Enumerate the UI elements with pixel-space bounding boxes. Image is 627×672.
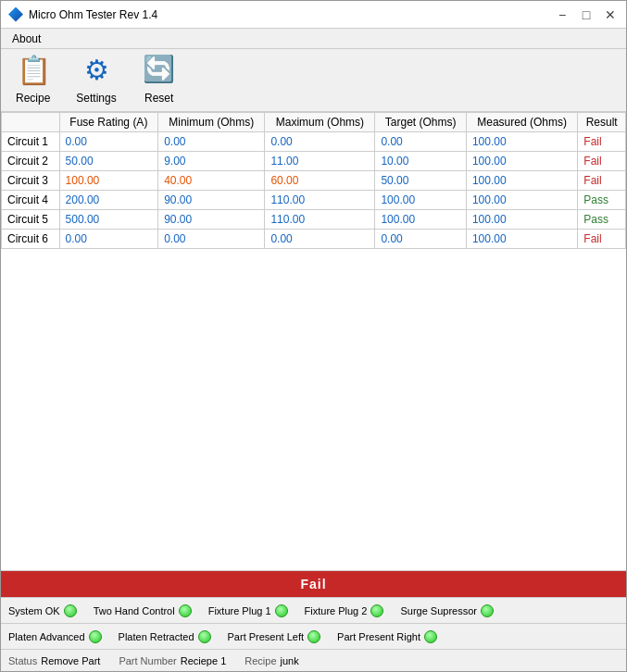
recipe-bottom-value: junk bbox=[281, 655, 299, 666]
indicators-row-1: System OK Two Hand Control Fixture Plug … bbox=[1, 597, 626, 623]
cell-min: 0.00 bbox=[158, 132, 265, 152]
cell-result: Pass bbox=[578, 210, 626, 230]
table-row: Circuit 5 500.00 90.00 110.00 100.00 100… bbox=[2, 210, 626, 230]
recipe-button[interactable]: Recipe bbox=[8, 53, 57, 108]
cell-min: 90.00 bbox=[158, 210, 265, 230]
cell-result: Fail bbox=[578, 230, 626, 249]
cell-target: 100.00 bbox=[375, 191, 466, 210]
col-target: Target (Ohms) bbox=[375, 113, 466, 132]
data-table-container[interactable]: Fuse Rating (A) Minimum (Ohms) Maximum (… bbox=[1, 112, 626, 571]
part-number-label: Part Number bbox=[119, 655, 176, 666]
window-title: Micro Ohm Tester Rev 1.4 bbox=[29, 8, 554, 21]
minimize-button[interactable]: − bbox=[554, 6, 571, 23]
cell-measured: 100.00 bbox=[466, 191, 577, 210]
cell-max: 0.00 bbox=[265, 230, 375, 249]
status-value: Remove Part bbox=[41, 655, 100, 666]
table-header-row: Fuse Rating (A) Minimum (Ohms) Maximum (… bbox=[2, 113, 626, 132]
reset-button[interactable]: Reset bbox=[135, 53, 183, 108]
recipe-icon bbox=[17, 56, 50, 90]
indicator-group: Part Present Left bbox=[228, 630, 321, 643]
app-icon bbox=[8, 7, 23, 22]
indicator-group: System OK bbox=[8, 604, 77, 617]
led-indicator bbox=[64, 604, 77, 617]
window-controls: − □ ✕ bbox=[554, 6, 619, 23]
indicator-group: Two Hand Control bbox=[94, 604, 192, 617]
indicator-group: Platen Advanced bbox=[8, 630, 102, 643]
main-window: Micro Ohm Tester Rev 1.4 − □ ✕ About Rec… bbox=[0, 0, 627, 672]
table-row: Circuit 1 0.00 0.00 0.00 0.00 100.00 Fai… bbox=[2, 132, 626, 152]
recipe-segment: Recipe junk bbox=[245, 655, 298, 666]
recipe-bottom-label: Recipe bbox=[245, 655, 276, 666]
cell-result: Fail bbox=[578, 171, 626, 191]
cell-fuse: 0.00 bbox=[59, 230, 158, 249]
col-fuse: Fuse Rating (A) bbox=[59, 113, 158, 132]
cell-target: 0.00 bbox=[375, 230, 466, 249]
status-bottom: Status Remove Part Part Number Reciepe 1… bbox=[1, 649, 626, 671]
led-indicator bbox=[424, 630, 437, 643]
cell-min: 90.00 bbox=[158, 191, 265, 210]
menu-about[interactable]: About bbox=[5, 31, 48, 47]
cell-circuit: Circuit 1 bbox=[2, 132, 60, 152]
indicator-label: Surge Supressor bbox=[400, 605, 477, 616]
cell-target: 0.00 bbox=[375, 132, 466, 152]
indicator-label: Fixture Plug 2 bbox=[305, 605, 368, 616]
recipe-label: Recipe bbox=[16, 92, 50, 105]
indicator-label: Fixture Plug 1 bbox=[208, 605, 271, 616]
close-button[interactable]: ✕ bbox=[602, 6, 619, 23]
table-row: Circuit 2 50.00 9.00 11.00 10.00 100.00 … bbox=[2, 152, 626, 171]
maximize-button[interactable]: □ bbox=[578, 6, 595, 23]
settings-icon bbox=[80, 56, 113, 90]
settings-button[interactable]: Settings bbox=[69, 53, 123, 108]
part-number-segment: Part Number Reciepe 1 bbox=[119, 655, 226, 666]
cell-measured: 100.00 bbox=[466, 210, 577, 230]
cell-circuit: Circuit 2 bbox=[2, 152, 60, 171]
cell-measured: 100.00 bbox=[466, 152, 577, 171]
indicator-label: System OK bbox=[8, 605, 60, 616]
led-indicator bbox=[481, 604, 494, 617]
indicator-label: Part Present Left bbox=[228, 631, 305, 642]
cell-max: 0.00 bbox=[265, 132, 375, 152]
col-circuit bbox=[2, 113, 60, 132]
indicator-group: Platen Retracted bbox=[119, 630, 211, 643]
cell-circuit: Circuit 5 bbox=[2, 210, 60, 230]
indicator-group: Fixture Plug 1 bbox=[208, 604, 288, 617]
cell-measured: 100.00 bbox=[466, 230, 577, 249]
indicator-group: Part Present Right bbox=[337, 630, 437, 643]
indicator-label: Two Hand Control bbox=[94, 605, 175, 616]
led-indicator bbox=[198, 630, 211, 643]
cell-min: 40.00 bbox=[158, 171, 265, 191]
settings-label: Settings bbox=[76, 92, 116, 105]
title-bar: Micro Ohm Tester Rev 1.4 − □ ✕ bbox=[1, 1, 626, 29]
indicator-label: Part Present Right bbox=[337, 631, 420, 642]
cell-max: 60.00 bbox=[265, 171, 375, 191]
cell-min: 9.00 bbox=[158, 152, 265, 171]
menu-bar: About bbox=[1, 29, 626, 49]
cell-target: 100.00 bbox=[375, 210, 466, 230]
table-row: Circuit 6 0.00 0.00 0.00 0.00 100.00 Fai… bbox=[2, 230, 626, 249]
cell-fuse: 100.00 bbox=[59, 171, 158, 191]
indicator-group: Surge Supressor bbox=[400, 604, 494, 617]
main-status-text: Fail bbox=[300, 577, 326, 591]
col-measured: Measured (Ohms) bbox=[466, 113, 577, 132]
reset-label: Reset bbox=[144, 92, 173, 105]
indicator-group: Fixture Plug 2 bbox=[305, 604, 384, 617]
led-indicator bbox=[307, 630, 320, 643]
cell-measured: 100.00 bbox=[466, 132, 577, 152]
toolbar: Recipe Settings Reset bbox=[1, 49, 626, 112]
table-row: Circuit 4 200.00 90.00 110.00 100.00 100… bbox=[2, 191, 626, 210]
part-number-value: Reciepe 1 bbox=[181, 655, 227, 666]
col-min: Minimum (Ohms) bbox=[158, 113, 265, 132]
cell-target: 10.00 bbox=[375, 152, 466, 171]
led-indicator bbox=[89, 630, 102, 643]
cell-result: Fail bbox=[578, 132, 626, 152]
cell-fuse: 200.00 bbox=[59, 191, 158, 210]
reset-icon bbox=[143, 56, 176, 90]
cell-max: 110.00 bbox=[265, 210, 375, 230]
status-segment: Status Remove Part bbox=[8, 655, 100, 666]
cell-result: Fail bbox=[578, 152, 626, 171]
led-indicator bbox=[275, 604, 288, 617]
cell-max: 11.00 bbox=[265, 152, 375, 171]
led-indicator bbox=[370, 604, 383, 617]
cell-circuit: Circuit 4 bbox=[2, 191, 60, 210]
main-status-bar: Fail bbox=[1, 571, 626, 597]
